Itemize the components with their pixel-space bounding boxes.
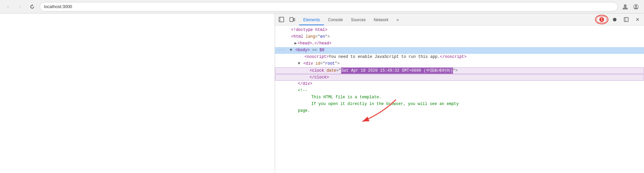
error-badge-circle: 1 xyxy=(595,15,608,24)
account-icon[interactable] xyxy=(631,2,641,11)
back-button[interactable]: ‹ xyxy=(3,2,13,11)
inspect-element-button[interactable] xyxy=(276,15,286,24)
devtools-code-panel[interactable]: <!doctype html> <html lang="en"> ▶ <head… xyxy=(275,26,644,116)
tab-sources[interactable]: Sources xyxy=(347,15,370,25)
browser-actions xyxy=(620,2,641,11)
devtools-panel: Elements Console Sources Network » xyxy=(275,13,644,173)
browser-toolbar: ‹ › localhost:3000 xyxy=(0,0,644,13)
svg-point-0 xyxy=(624,4,627,7)
dock-button[interactable] xyxy=(621,15,631,24)
profile-icon[interactable] xyxy=(620,2,630,11)
body-expand-arrow[interactable]: ▼ xyxy=(290,47,292,53)
line-comment-3: page. xyxy=(275,108,644,114)
page-content xyxy=(0,13,275,173)
line-div-root-open[interactable]: ▼ <div id="root"> xyxy=(275,61,644,67)
reload-button[interactable] xyxy=(28,2,37,11)
line-noscript[interactable]: <noscript>You need to enable JavaScript … xyxy=(275,54,644,61)
line-html-open[interactable]: <html lang="en"> xyxy=(275,34,644,40)
settings-button[interactable] xyxy=(610,15,620,24)
line-clock-close[interactable]: </clock> xyxy=(275,74,644,81)
line-body[interactable]: ··· ▼ <body> == $0 xyxy=(275,47,644,54)
devtools-tabs: Elements Console Sources Network » xyxy=(299,13,403,25)
line-head[interactable]: ▶ <head>…</head> xyxy=(275,40,644,47)
svg-rect-6 xyxy=(293,19,295,21)
device-toolbar-button[interactable] xyxy=(287,15,297,24)
url-text: localhost:3000 xyxy=(44,4,72,9)
tab-more[interactable]: » xyxy=(393,15,403,25)
line-comment-2: If you open it directly in the browser, … xyxy=(275,101,644,108)
tab-console[interactable]: Console xyxy=(324,15,347,25)
line-doctype: <!doctype html> xyxy=(275,27,644,34)
devtools-toolbar: Elements Console Sources Network » xyxy=(275,13,644,26)
code-area-wrapper: <!doctype html> <html lang="en"> ▶ <head… xyxy=(275,26,644,173)
svg-point-2 xyxy=(635,5,637,7)
svg-rect-7 xyxy=(624,18,628,22)
error-dot: 1 xyxy=(599,17,604,22)
main-area: Elements Console Sources Network » xyxy=(0,13,644,173)
line-comment-1: This HTML file is a template. xyxy=(275,94,644,101)
line-clock-open[interactable]: <clock date="Sat Apr 18 2020 15:49:32 GM… xyxy=(275,67,644,74)
tab-elements[interactable]: Elements xyxy=(299,15,324,25)
close-devtools-button[interactable]: ✕ xyxy=(633,15,643,24)
error-badge[interactable]: 1 xyxy=(596,16,607,23)
line-comment-open: <!-- xyxy=(275,88,644,94)
svg-rect-3 xyxy=(279,17,284,22)
tab-network[interactable]: Network xyxy=(370,15,393,25)
svg-rect-5 xyxy=(290,18,293,22)
root-expand-arrow[interactable]: ▼ xyxy=(298,61,300,67)
address-bar[interactable]: localhost:3000 xyxy=(40,2,618,11)
devtools-toolbar-right: 1 ✕ xyxy=(595,15,643,24)
forward-button[interactable]: › xyxy=(15,2,25,11)
head-expand-arrow[interactable]: ▶ xyxy=(294,40,297,46)
line-div-root-close[interactable]: </div> xyxy=(275,81,644,88)
